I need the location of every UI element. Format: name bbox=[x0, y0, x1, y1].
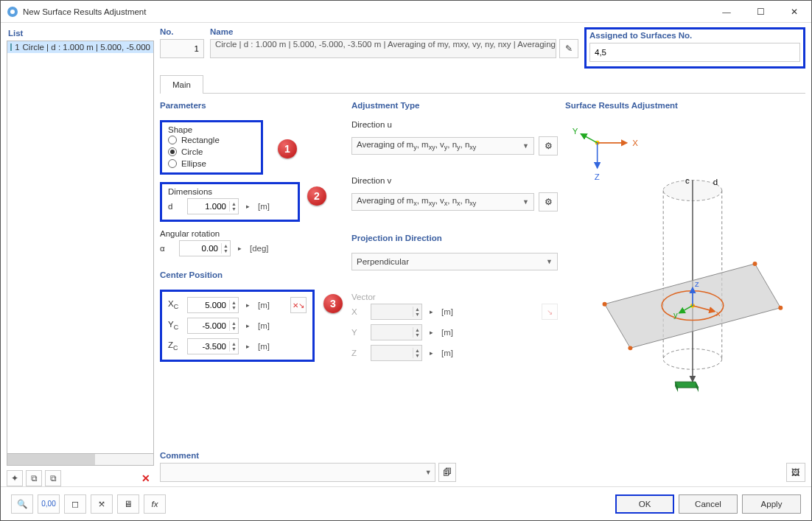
assigned-highlight: Assigned to Surfaces No. bbox=[584, 27, 805, 69]
close-button[interactable]: ✕ bbox=[777, 1, 811, 22]
svg-text:z: z bbox=[695, 279, 699, 288]
view-button[interactable]: 🖥 bbox=[117, 494, 139, 514]
assigned-box: Assigned to Surfaces No. ✕↘ 4 bbox=[584, 27, 805, 69]
spinner-icon[interactable]: ▲▼ bbox=[221, 243, 230, 253]
alpha-row: α ▲▼ ▸ [deg] bbox=[160, 238, 344, 259]
chevron-down-icon: ▼ bbox=[522, 142, 529, 150]
xc-input[interactable]: ▲▼ bbox=[187, 297, 239, 313]
alpha-more[interactable]: ▸ bbox=[235, 245, 245, 252]
copy-item-button[interactable]: ⧉ bbox=[26, 470, 42, 486]
assigned-label: Assigned to Surfaces No. bbox=[589, 31, 800, 43]
gear-icon: ⚙ bbox=[545, 141, 553, 151]
minimize-button[interactable]: — bbox=[710, 1, 743, 22]
comment-input[interactable]: ▼ bbox=[160, 463, 435, 482]
pick-center-button[interactable]: ✕↘ bbox=[290, 297, 307, 313]
dim-d-input[interactable]: ▲▼ bbox=[187, 198, 239, 214]
svg-marker-27 bbox=[696, 382, 699, 392]
no-input[interactable] bbox=[160, 39, 204, 58]
tab-main[interactable]: Main bbox=[160, 75, 203, 94]
cancel-button[interactable]: Cancel bbox=[679, 494, 738, 514]
svg-text:x: x bbox=[716, 309, 721, 318]
edit-name-button[interactable]: ✎ bbox=[559, 39, 578, 58]
axis-y-label: Y bbox=[573, 127, 578, 136]
callout-2: 2 bbox=[307, 186, 326, 206]
chevron-down-icon: ▼ bbox=[522, 198, 529, 206]
xc-label: XC bbox=[168, 299, 183, 310]
pick-vector-button: ↘ bbox=[542, 304, 558, 320]
xc-unit: [m] bbox=[258, 301, 270, 310]
ok-button[interactable]: OK bbox=[615, 494, 674, 514]
window-title: New Surface Results Adjustment bbox=[23, 7, 710, 16]
no-label: No. bbox=[160, 27, 204, 39]
maximize-button[interactable]: ☐ bbox=[743, 1, 777, 22]
angrot-label: Angular rotation bbox=[160, 229, 344, 238]
svg-text:y: y bbox=[673, 310, 678, 319]
zc-label: ZC bbox=[168, 340, 183, 352]
diru-label: Direction u bbox=[351, 120, 558, 129]
axes-button[interactable]: ⤧ bbox=[91, 494, 113, 514]
dirv-label: Direction v bbox=[351, 176, 558, 185]
monitor-icon: 🖥 bbox=[124, 500, 133, 508]
yc-more[interactable]: ▸ bbox=[243, 322, 253, 329]
comment-library-button[interactable]: 🗐 bbox=[438, 463, 456, 482]
assigned-input[interactable] bbox=[589, 43, 800, 62]
units-button[interactable]: 0,00 bbox=[38, 494, 60, 514]
dirv-select[interactable]: Averaging of mx, mxy, vx, nx, nxy ▼ bbox=[351, 193, 534, 211]
list-box[interactable]: 1 Circle | d : 1.000 m | 5.000, -5.000 bbox=[7, 41, 154, 454]
yc-input[interactable]: ▲▼ bbox=[187, 318, 239, 334]
help-button[interactable]: 🔍 bbox=[11, 494, 33, 514]
apply-button[interactable]: Apply bbox=[742, 494, 801, 514]
list-item-text: Circle | d : 1.000 m | 5.000, -5.000 bbox=[23, 43, 150, 52]
preview-image-button[interactable]: 🖼 bbox=[786, 463, 805, 482]
dirv-settings-button[interactable]: ⚙ bbox=[539, 192, 558, 211]
axis-z-label: Z bbox=[595, 172, 600, 181]
spinner-icon[interactable]: ▲▼ bbox=[229, 341, 238, 352]
center-group: XC ▲▼ ▸ [m] ✕↘ YC ▲▼ ▸ [m] bbox=[160, 290, 315, 362]
preview-title: Surface Results Adjustment bbox=[565, 101, 805, 110]
zc-more[interactable]: ▸ bbox=[243, 343, 253, 350]
radio-circle[interactable]: Circle bbox=[168, 146, 255, 158]
origin-button[interactable]: ◻ bbox=[64, 494, 86, 514]
radio-icon bbox=[168, 147, 177, 156]
delete-item-button[interactable]: ✕ bbox=[138, 470, 154, 486]
pencil-icon: ✎ bbox=[565, 43, 573, 54]
fx-icon: fx bbox=[152, 500, 158, 508]
name-input[interactable]: Circle | d : 1.000 m | 5.000, -5.000, -3… bbox=[210, 39, 556, 58]
tab-bar: Main bbox=[160, 74, 805, 94]
radio-rectangle[interactable]: Rectangle bbox=[168, 134, 255, 146]
chevron-down-icon: ▼ bbox=[546, 258, 553, 265]
new-item-button[interactable]: ✦ bbox=[7, 470, 23, 486]
comment-label: Comment bbox=[160, 451, 456, 460]
left-column: List 1 Circle | d : 1.000 m | 5.000, -5.… bbox=[7, 27, 154, 486]
list-scrollbar[interactable] bbox=[7, 454, 154, 466]
help-icon: 🔍 bbox=[17, 499, 27, 509]
spinner-icon[interactable]: ▲▼ bbox=[229, 321, 238, 331]
alpha-input[interactable]: ▲▼ bbox=[179, 240, 231, 256]
name-box: Name Circle | d : 1.000 m | 5.000, -5.00… bbox=[210, 27, 578, 58]
projection-select[interactable]: Perpendicular ▼ bbox=[351, 253, 558, 270]
svg-line-4 bbox=[581, 134, 598, 143]
dim-d-more[interactable]: ▸ bbox=[243, 203, 253, 210]
spinner-icon[interactable]: ▲▼ bbox=[229, 201, 238, 211]
vec-y-more: ▸ bbox=[427, 329, 437, 336]
list-item-icon bbox=[10, 43, 12, 51]
comment-row: Comment ▼ 🗐 🖼 bbox=[160, 448, 805, 486]
svg-point-1 bbox=[10, 10, 15, 14]
function-button[interactable]: fx bbox=[144, 494, 166, 514]
c-label: c bbox=[685, 176, 690, 185]
yc-label: YC bbox=[168, 320, 183, 331]
center-title: Center Position bbox=[160, 270, 344, 279]
radio-icon bbox=[168, 136, 177, 144]
zc-input[interactable]: ▲▼ bbox=[187, 338, 239, 354]
list-item[interactable]: 1 Circle | d : 1.000 m | 5.000, -5.000 bbox=[7, 41, 153, 53]
spinner-icon[interactable]: ▲▼ bbox=[229, 300, 238, 310]
xc-row: XC ▲▼ ▸ [m] ✕↘ bbox=[168, 295, 307, 315]
diru-select[interactable]: Averaging of my, mxy, vy, ny, nxy ▼ bbox=[351, 137, 534, 155]
radio-ellipse[interactable]: Ellipse bbox=[168, 158, 255, 169]
copy-item-button-2[interactable]: ⧉ bbox=[45, 470, 61, 486]
diru-settings-button[interactable]: ⚙ bbox=[539, 136, 558, 155]
parameters-title: Parameters bbox=[160, 101, 344, 110]
xc-more[interactable]: ▸ bbox=[243, 301, 253, 309]
dimensions-group: Dimensions d ▲▼ ▸ [m] bbox=[160, 182, 300, 222]
dim-d-unit: [m] bbox=[258, 202, 270, 211]
